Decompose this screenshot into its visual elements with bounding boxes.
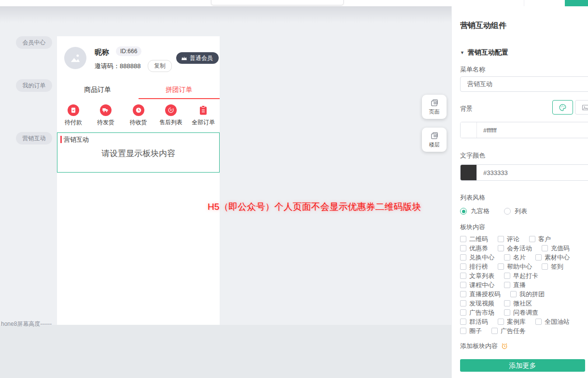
checkbox-survey[interactable]: 问卷调查 bbox=[504, 308, 538, 317]
block-content-label: 板块内容 bbox=[460, 223, 485, 232]
checkbox-icon bbox=[504, 273, 510, 279]
background-label: 背景 bbox=[460, 104, 473, 113]
checkbox-my-groupbuy[interactable]: 我的拼团 bbox=[510, 290, 545, 299]
annotation-note: H5（即公众号）个人页面不会显示优惠券二维码版块 bbox=[208, 201, 421, 213]
floor-layers-button[interactable]: 楼层 bbox=[422, 128, 447, 152]
radio-unselected-icon bbox=[504, 208, 511, 215]
title-accent-bar bbox=[60, 136, 62, 143]
background-color-swatch[interactable] bbox=[461, 122, 477, 138]
tab-group-orders[interactable]: 拼团订单 bbox=[139, 82, 220, 99]
checkbox-sign-in[interactable]: 签到 bbox=[542, 262, 563, 271]
add-more-button[interactable]: 添加更多 bbox=[460, 359, 585, 372]
checkbox-group-qr[interactable]: 群活码 bbox=[460, 318, 488, 326]
block-placeholder-text: 请设置显示板块内容 bbox=[57, 148, 219, 159]
checkbox-icon bbox=[535, 319, 542, 325]
checkbox-gas-stations[interactable]: 全国油站 bbox=[535, 318, 570, 326]
anchor-member-center[interactable]: 会员中心 bbox=[16, 36, 52, 49]
checkbox-comment[interactable]: 评论 bbox=[498, 235, 519, 244]
checkbox-exchange-center[interactable]: 兑换中心 bbox=[460, 253, 494, 262]
active-tab-underline bbox=[139, 98, 220, 99]
radio-grid-style[interactable]: 九宫格 bbox=[460, 207, 490, 216]
checkbox-help-center[interactable]: 帮助中心 bbox=[498, 262, 532, 271]
checkbox-icon bbox=[460, 309, 466, 316]
page-layers-button[interactable]: 页面 bbox=[422, 95, 447, 119]
checkbox-early-clockin[interactable]: 早起打卡 bbox=[504, 272, 538, 280]
svg-text:¥: ¥ bbox=[170, 108, 172, 112]
panel-title: 营销互动组件 bbox=[460, 21, 506, 31]
checkbox-micro-community[interactable]: 微社区 bbox=[504, 299, 532, 308]
checkbox-ranking[interactable]: 排行榜 bbox=[460, 262, 488, 271]
checkbox-recharge-code[interactable]: 充值码 bbox=[542, 244, 570, 253]
checkbox-article-list[interactable]: 文章列表 bbox=[460, 272, 494, 280]
config-section-header[interactable]: ▼ 营销互动配置 bbox=[460, 48, 508, 57]
radio-selected-icon bbox=[460, 208, 467, 215]
order-tabs: 商品订单 拼团订单 bbox=[57, 82, 220, 99]
id-badge: ID:666 bbox=[116, 46, 141, 56]
image-icon bbox=[581, 103, 588, 112]
text-color-label: 文字颜色 bbox=[460, 151, 485, 160]
toolbar-primary-button[interactable] bbox=[565, 0, 588, 6]
order-item-pending-receipt[interactable]: 待收货 bbox=[122, 104, 154, 127]
anchor-marketing[interactable]: 营销互动 bbox=[16, 132, 52, 145]
checkbox-business-card[interactable]: 名片 bbox=[504, 253, 526, 262]
checkbox-icon bbox=[504, 309, 510, 316]
checkbox-icon bbox=[460, 236, 466, 242]
checkbox-ad-market[interactable]: 广告市场 bbox=[460, 308, 494, 317]
marketing-block-selected[interactable]: 营销互动 请设置显示板块内容 bbox=[57, 132, 220, 173]
checkbox-conference[interactable]: 会务活动 bbox=[498, 244, 532, 253]
truck-icon bbox=[100, 104, 112, 116]
background-color-input[interactable]: #ffffff bbox=[460, 122, 588, 138]
background-image-mode-button[interactable] bbox=[575, 100, 588, 115]
settings-panel: 营销互动组件 ▼ 营销互动配置 菜单名称 背景 #ffffff 文字颜色 #33… bbox=[451, 6, 588, 378]
order-item-after-sales[interactable]: ¥ 售后列表 bbox=[154, 104, 187, 127]
checkbox-case-library[interactable]: 案例库 bbox=[498, 318, 526, 326]
checkbox-discover-video[interactable]: 发现视频 bbox=[460, 299, 494, 308]
checkbox-qrcode[interactable]: 二维码 bbox=[460, 235, 488, 244]
checkbox-live-auth-code[interactable]: 直播授权码 bbox=[460, 290, 501, 299]
checkbox-icon bbox=[498, 319, 504, 325]
order-status-row: 待付款 待发货 待收货 ¥ 售后列表 bbox=[57, 104, 220, 127]
checkbox-icon bbox=[510, 291, 517, 297]
alarm-icon[interactable] bbox=[501, 342, 508, 350]
checkbox-course-center[interactable]: 课程中心 bbox=[460, 281, 494, 290]
crown-icon bbox=[181, 56, 187, 61]
floors-icon bbox=[429, 131, 440, 141]
checkbox-material-center[interactable]: 素材中心 bbox=[535, 253, 570, 262]
checkbox-icon bbox=[460, 254, 466, 261]
radio-list-style[interactable]: 列表 bbox=[504, 207, 527, 216]
text-color-swatch[interactable] bbox=[461, 165, 477, 180]
anchor-my-orders[interactable]: 我的订单 bbox=[16, 79, 52, 92]
checkbox-icon bbox=[498, 245, 504, 251]
copy-button[interactable]: 复制 bbox=[148, 60, 172, 72]
checkbox-icon bbox=[460, 300, 466, 306]
checkbox-icon bbox=[504, 282, 510, 288]
checkbox-icon bbox=[460, 273, 466, 279]
toolbar-search-input[interactable] bbox=[211, 0, 344, 5]
pages-icon bbox=[429, 98, 440, 108]
add-block-content-row: 添加板块内容 bbox=[460, 342, 508, 350]
checkbox-icon bbox=[460, 319, 466, 325]
checkbox-live[interactable]: 直播 bbox=[504, 281, 526, 290]
checkbox-icon bbox=[542, 245, 548, 251]
toolbar-divider bbox=[524, 0, 524, 6]
menu-name-input[interactable] bbox=[460, 76, 588, 92]
background-color-mode-button[interactable] bbox=[552, 100, 573, 115]
text-color-input[interactable]: #333333 bbox=[460, 164, 588, 181]
image-placeholder-icon bbox=[69, 52, 82, 64]
refund-cycle-icon: ¥ bbox=[165, 104, 177, 116]
order-item-all-orders[interactable]: 全部订单 bbox=[187, 104, 220, 127]
order-item-pending-payment[interactable]: 待付款 bbox=[57, 104, 89, 127]
menu-name-label: 菜单名称 bbox=[460, 65, 485, 74]
avatar bbox=[64, 47, 86, 69]
order-item-pending-shipment[interactable]: 待发货 bbox=[89, 104, 122, 127]
doc-check-icon bbox=[68, 104, 79, 116]
checkbox-ad-task[interactable]: 广告任务 bbox=[491, 327, 526, 335]
checkbox-coupon[interactable]: 优惠券 bbox=[460, 244, 488, 253]
checkbox-customer[interactable]: 客户 bbox=[529, 235, 551, 244]
checkbox-icon bbox=[498, 263, 504, 270]
clock-icon bbox=[133, 104, 144, 116]
list-style-label: 列表风格 bbox=[460, 193, 485, 202]
checkbox-circle[interactable]: 圈子 bbox=[460, 327, 482, 335]
tab-product-orders[interactable]: 商品订单 bbox=[57, 82, 139, 99]
checkbox-icon bbox=[542, 263, 548, 270]
